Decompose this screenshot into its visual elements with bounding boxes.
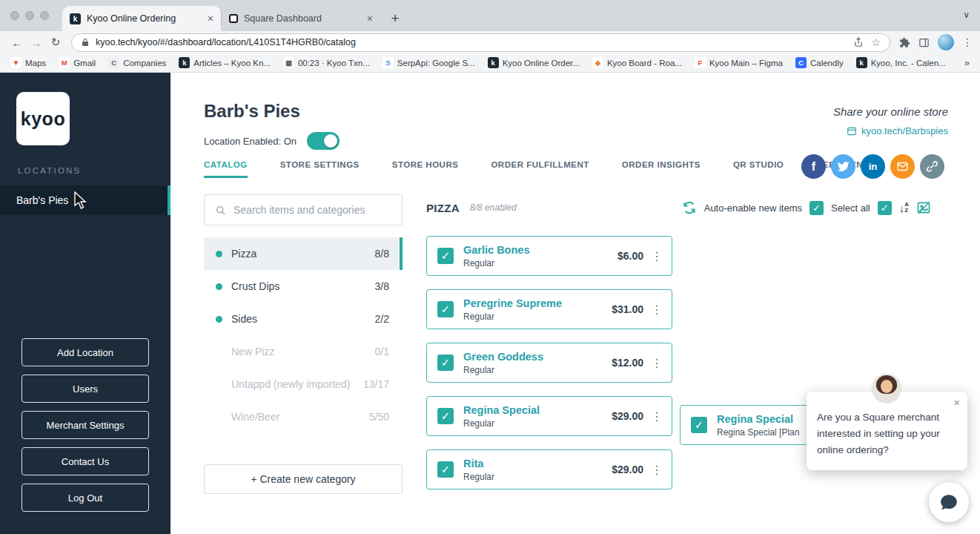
sync-icon[interactable] — [682, 200, 697, 215]
twitter-icon[interactable] — [831, 154, 855, 179]
item-checkbox[interactable]: ✓ — [437, 248, 454, 264]
minimize-window-button[interactable] — [25, 11, 34, 20]
chat-launcher-button[interactable] — [929, 482, 969, 522]
tab-title: Square Dashboard — [244, 13, 361, 24]
merchant-settings-button[interactable]: Merchant Settings — [21, 411, 149, 439]
item-card-rita[interactable]: ✓ RitaRegular $29.00 ⋮ — [426, 449, 672, 490]
tab-close-icon[interactable]: × — [367, 13, 373, 24]
forward-button[interactable]: → — [27, 36, 46, 49]
bookmark-maps[interactable]: ▼Maps — [10, 57, 46, 68]
browser-menu-icon[interactable]: ⋮ — [962, 36, 973, 48]
add-location-button[interactable]: Add Location — [21, 338, 149, 366]
tab-store-settings[interactable]: STORE SETTINGS — [280, 160, 360, 178]
item-checkbox[interactable]: ✓ — [691, 417, 707, 433]
back-button[interactable]: ← — [7, 36, 27, 49]
new-tab-button[interactable]: + — [385, 8, 405, 29]
tab-store-hours[interactable]: STORE HOURS — [392, 160, 459, 178]
traffic-lights — [10, 11, 49, 20]
chat-message: Are you a Square merchant interested in … — [817, 409, 957, 458]
bookmark-serpapi[interactable]: SSerpApi: Google S... — [383, 57, 475, 68]
bookmark-favicon: ▼ — [10, 57, 21, 68]
bookmark-kyoo-calendar[interactable]: kKyoo, Inc. - Calen... — [856, 57, 946, 68]
bookmark-companies[interactable]: CCompanies — [108, 57, 166, 68]
tab-catalog[interactable]: CATALOG — [204, 160, 248, 178]
tab-order-fulfillment[interactable]: ORDER FULFILLMENT — [491, 160, 589, 178]
bookmark-figma[interactable]: FKyoo Main – Figma — [695, 57, 783, 68]
create-category-button[interactable]: + Create new category — [204, 464, 403, 494]
bookmark-calendly[interactable]: CCalendly — [795, 57, 844, 68]
category-crust-dips[interactable]: Crust Dips 3/8 — [204, 270, 403, 303]
item-menu-icon[interactable]: ⋮ — [651, 463, 663, 477]
extensions-puzzle-icon[interactable] — [899, 37, 910, 48]
address-bar[interactable]: kyoo.tech/kyoo/#/dashboard/location/L410… — [71, 33, 890, 52]
item-checkbox[interactable]: ✓ — [437, 408, 454, 424]
agent-avatar — [873, 374, 901, 402]
enabled-dot-icon — [216, 316, 222, 323]
item-menu-icon[interactable]: ⋮ — [651, 249, 663, 263]
category-sides[interactable]: Sides 2/2 — [204, 303, 403, 335]
chat-popup: × Are you a Square merchant interested i… — [807, 392, 967, 470]
bookmark-star-icon[interactable]: ☆ — [871, 36, 881, 48]
log-out-button[interactable]: Log Out — [21, 484, 149, 512]
search-input[interactable] — [234, 204, 391, 216]
sidebar: kyoo LOCATIONS Barb's Pies Add Location … — [0, 73, 170, 534]
store-link[interactable]: kyoo.tech/Barbspies — [833, 125, 948, 136]
bookmark-kyoo-online[interactable]: kKyoo Online Order... — [488, 57, 580, 68]
tab-order-insights[interactable]: ORDER INSIGHTS — [622, 160, 701, 178]
item-list: ✓ Garlic BonesRegular $6.00 ⋮ ✓ Peregrin… — [426, 236, 672, 490]
item-card-green-goddess[interactable]: ✓ Green GoddessRegular $12.00 ⋮ — [426, 343, 672, 383]
item-card-garlic-bones[interactable]: ✓ Garlic BonesRegular $6.00 ⋮ — [426, 236, 672, 276]
bookmark-kyoo-txn[interactable]: ▦00:23 · Kyoo Txn... — [283, 57, 370, 68]
browser-toolbar: ← → ↻ kyoo.tech/kyoo/#/dashboard/locatio… — [0, 31, 980, 53]
bookmark-favicon: C — [795, 57, 807, 68]
item-price: $6.00 — [618, 250, 643, 262]
category-list: Pizza 8/8 Crust Dips 3/8 Sides 2/2 — [204, 237, 403, 433]
hide-images-icon[interactable] — [916, 200, 931, 215]
contact-us-button[interactable]: Contact Us — [21, 447, 149, 475]
bookmark-gmail[interactable]: MGmail — [59, 57, 96, 68]
item-menu-icon[interactable]: ⋮ — [651, 303, 663, 317]
sort-checkbox[interactable]: ✓ — [878, 201, 892, 215]
item-checkbox[interactable]: ✓ — [437, 461, 454, 478]
item-menu-icon[interactable]: ⋮ — [651, 356, 663, 370]
zoom-window-button[interactable] — [40, 11, 49, 20]
email-icon[interactable] — [890, 154, 915, 179]
bookmarks-overflow-chevron[interactable]: » — [964, 57, 970, 68]
category-new-pizz[interactable]: New Pizz 0/1 — [204, 335, 403, 368]
toggle-knob — [324, 134, 337, 148]
location-enabled-toggle[interactable] — [307, 132, 340, 150]
category-pizza[interactable]: Pizza 8/8 — [204, 237, 403, 270]
select-all-checkbox[interactable]: ✓ — [810, 201, 824, 215]
kyoo-logo: kyoo — [16, 92, 70, 145]
facebook-icon[interactable]: f — [801, 154, 826, 179]
locations-section-label: LOCATIONS — [18, 166, 170, 175]
tab-search-chevron-icon[interactable]: ∨ — [963, 10, 970, 20]
share-icon[interactable] — [853, 37, 864, 47]
bookmark-articles[interactable]: kArticles – Kyoo Kn... — [179, 57, 271, 68]
bookmark-kyoo-board[interactable]: ◆Kyoo Board - Roa... — [592, 57, 682, 68]
link-icon[interactable] — [920, 154, 944, 179]
category-untappd[interactable]: Untappd (newly imported) 13/17 — [204, 368, 403, 400]
item-menu-icon[interactable]: ⋮ — [651, 409, 663, 423]
category-wine-beer[interactable]: Wine/Beer 5/50 — [204, 400, 403, 433]
browser-tab-kyoo[interactable]: k Kyoo Online Ordering × — [62, 6, 221, 31]
item-checkbox[interactable]: ✓ — [437, 301, 454, 317]
profile-avatar-button[interactable] — [938, 34, 954, 50]
bookmark-favicon: F — [695, 57, 706, 68]
item-card-peregrine-supreme[interactable]: ✓ Peregrine SupremeRegular $31.00 ⋮ — [426, 289, 672, 329]
linkedin-icon[interactable]: in — [861, 154, 885, 179]
item-checkbox[interactable]: ✓ — [437, 355, 454, 371]
tab-qr-studio[interactable]: QR STUDIO — [733, 160, 784, 178]
side-panel-icon[interactable] — [918, 37, 930, 48]
reload-button[interactable]: ↻ — [46, 36, 65, 49]
main-content: Barb's Pies Location Enabled: On Share y… — [170, 73, 980, 534]
catalog-search[interactable] — [204, 194, 403, 225]
tab-close-icon[interactable]: × — [208, 13, 213, 24]
close-window-button[interactable] — [10, 11, 19, 20]
item-price: $29.00 — [612, 410, 643, 422]
item-card-regina-special[interactable]: ✓ Regina SpecialRegular $29.00 ⋮ — [426, 396, 672, 436]
browser-tab-square[interactable]: Square Dashboard × — [222, 6, 380, 31]
users-button[interactable]: Users — [21, 375, 149, 403]
chat-close-icon[interactable]: × — [953, 396, 960, 409]
sort-az-icon[interactable]: ↓AZ — [899, 202, 909, 214]
